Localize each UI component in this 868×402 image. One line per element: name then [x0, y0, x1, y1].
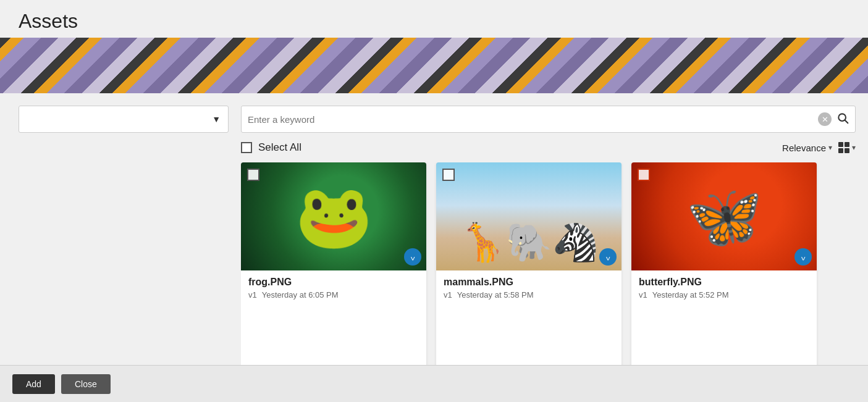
- asset-info-icon-frog: ^: [411, 252, 415, 262]
- asset-checkbox-mammals[interactable]: [442, 169, 455, 181]
- asset-image-mammals: [436, 162, 622, 270]
- search-icon[interactable]: [836, 112, 849, 127]
- asset-card-frog: ^ frog.PNG v1 Yesterday at 6:05 PM: [241, 162, 426, 396]
- asset-date-mammals: Yesterday at 5:58 PM: [457, 290, 534, 299]
- select-all-area: Select All: [241, 141, 301, 154]
- asset-checkbox-butterfly[interactable]: [638, 169, 650, 181]
- asset-info-button-butterfly[interactable]: ^: [794, 248, 812, 266]
- asset-date-butterfly: Yesterday at 5:52 PM: [652, 290, 729, 299]
- asset-info-icon-mammals: ^: [606, 252, 610, 262]
- grid-view-arrow: ▾: [852, 143, 856, 152]
- asset-image-container-butterfly: ^: [631, 162, 817, 270]
- asset-name-butterfly: butterfly.PNG: [639, 277, 809, 288]
- asset-info-butterfly: butterfly.PNG v1 Yesterday at 5:52 PM: [631, 270, 817, 307]
- page-title: Assets: [0, 0, 868, 38]
- asset-image-container-frog: ^: [241, 162, 426, 270]
- asset-info-button-mammals[interactable]: ^: [599, 248, 617, 266]
- asset-meta-butterfly: v1 Yesterday at 5:52 PM: [639, 290, 809, 299]
- select-all-label[interactable]: Select All: [258, 141, 301, 154]
- grid-view-button[interactable]: ▾: [838, 142, 856, 153]
- decorative-banner: [0, 38, 868, 93]
- asset-name-frog: frog.PNG: [248, 277, 419, 288]
- search-input[interactable]: [248, 114, 818, 125]
- add-button[interactable]: Add: [12, 374, 55, 394]
- relevance-dropdown-arrow: ▾: [828, 143, 832, 152]
- grid-icon: [838, 142, 849, 153]
- asset-area: ✕ Select All Relevance ▾: [241, 93, 868, 402]
- asset-checkbox-frog[interactable]: [247, 169, 259, 181]
- close-button[interactable]: Close: [61, 374, 111, 394]
- filter-dropdown-arrow: ▼: [212, 114, 221, 124]
- asset-image-container-mammals: ^: [436, 162, 622, 270]
- asset-image-butterfly: [631, 162, 817, 270]
- asset-info-mammals: mammals.PNG v1 Yesterday at 5:58 PM: [436, 270, 622, 307]
- asset-info-button-frog[interactable]: ^: [404, 248, 421, 266]
- asset-version-butterfly: v1: [639, 290, 647, 299]
- asset-info-frog: frog.PNG v1 Yesterday at 6:05 PM: [241, 270, 426, 307]
- asset-image-frog: [241, 162, 426, 270]
- sidebar: ▼: [0, 93, 241, 402]
- controls-row: Select All Relevance ▾ ▾: [241, 141, 856, 154]
- bottom-bar: Add Close: [0, 365, 868, 402]
- asset-info-icon-butterfly: ^: [801, 252, 806, 262]
- select-all-checkbox[interactable]: [241, 142, 252, 153]
- filter-dropdown[interactable]: ▼: [19, 106, 229, 133]
- search-clear-button[interactable]: ✕: [818, 112, 832, 126]
- asset-meta-frog: v1 Yesterday at 6:05 PM: [248, 290, 419, 299]
- asset-card-mammals: ^ mammals.PNG v1 Yesterday at 5:58 PM: [436, 162, 622, 396]
- asset-version-mammals: v1: [444, 290, 452, 299]
- asset-name-mammals: mammals.PNG: [444, 277, 614, 288]
- search-bar: ✕: [241, 106, 856, 133]
- svg-line-1: [845, 120, 848, 123]
- asset-date-frog: Yesterday at 6:05 PM: [262, 290, 339, 299]
- asset-card-butterfly: ^ butterfly.PNG v1 Yesterday at 5:52 PM: [631, 162, 817, 396]
- relevance-label: Relevance: [782, 143, 826, 153]
- asset-meta-mammals: v1 Yesterday at 5:58 PM: [444, 290, 614, 299]
- relevance-dropdown[interactable]: Relevance ▾: [782, 143, 832, 153]
- asset-version-frog: v1: [248, 290, 257, 299]
- right-controls: Relevance ▾ ▾: [782, 142, 856, 153]
